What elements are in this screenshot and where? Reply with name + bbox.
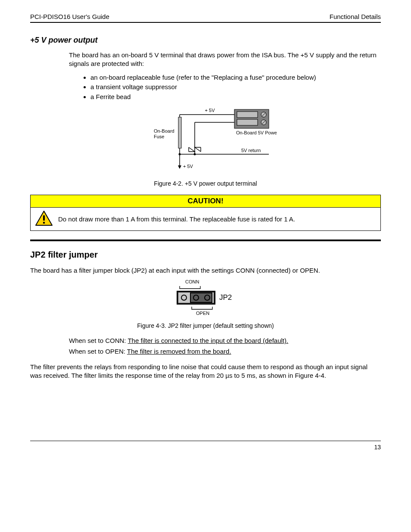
footer-pagenum: 13	[374, 444, 381, 451]
caution-title: CAUTION!	[31, 195, 380, 208]
jp2-conn-link[interactable]: The filter is connected to the input of …	[128, 337, 288, 344]
figure-jp2: CONN JP2 OPEN	[30, 278, 381, 319]
label-fuse: On-Board	[154, 128, 174, 134]
section-divider	[30, 240, 381, 241]
jp2-open-line: When set to OPEN: The filter is removed …	[69, 348, 381, 355]
caution-box: CAUTION! Do not draw more than 1 A from …	[30, 195, 381, 231]
label-fuse2: Fuse	[154, 134, 164, 139]
label-open: OPEN	[196, 311, 209, 316]
label-5v-return: 5V return	[241, 148, 261, 153]
jp2-open-link[interactable]: The filter is removed from the board.	[127, 348, 231, 355]
paragraph-jp2-intro: The board has a filter jumper block (JP2…	[30, 267, 381, 274]
label-term1: On-Board 5V Power Terminal	[236, 130, 277, 135]
bullet-list-5v: an on-board replaceable fuse (refer to t…	[82, 73, 381, 102]
label-plus5v-bottom: + 5V	[183, 164, 193, 169]
warning-icon	[35, 210, 53, 228]
header-rule	[30, 22, 381, 23]
caution-text: Do not draw more than 1 A from this term…	[58, 215, 295, 223]
figure-5v-terminal: + 5V On-Board 5V Power Terminal On-Board…	[30, 106, 381, 177]
paragraph-jp2-detail: The filter prevents the relays from resp…	[30, 363, 377, 380]
jp2-open-prefix: When set to OPEN:	[69, 348, 125, 355]
page-footer: 13	[30, 441, 381, 451]
svg-rect-23	[43, 222, 45, 224]
bullet-item: a transient voltage suppressor	[90, 82, 381, 92]
svg-rect-4	[237, 119, 258, 125]
svg-rect-3	[237, 112, 258, 118]
svg-rect-22	[43, 215, 45, 221]
figure-caption-1: Figure 4-2. +5 V power output terminal	[30, 180, 381, 187]
subheading-5v: +5 V power output	[30, 36, 381, 45]
page-header: PCI-PDISO16 User's Guide Functional Deta…	[30, 13, 381, 20]
subheading-jp2: JP2 filter jumper	[30, 250, 381, 260]
jp2-conn-line: When set to CONN: The filter is connecte…	[69, 337, 381, 344]
header-left: PCI-PDISO16 User's Guide	[30, 13, 109, 20]
svg-rect-10	[178, 117, 181, 148]
label-conn: CONN	[185, 279, 199, 284]
bullet-item: a Ferrite bead	[90, 92, 381, 102]
label-plus5v-top: + 5V	[205, 108, 215, 113]
label-jp2: JP2	[219, 293, 232, 302]
bullet-item: an on-board replaceable fuse (refer to t…	[90, 73, 381, 83]
svg-marker-20	[178, 165, 181, 169]
paragraph-5v-intro: The board has an on-board 5 V terminal t…	[69, 51, 377, 68]
figure-caption-2: Figure 4-3. JP2 filter jumper (default s…	[30, 322, 381, 329]
header-right: Functional Details	[330, 13, 381, 20]
jp2-conn-prefix: When set to CONN:	[69, 337, 126, 344]
